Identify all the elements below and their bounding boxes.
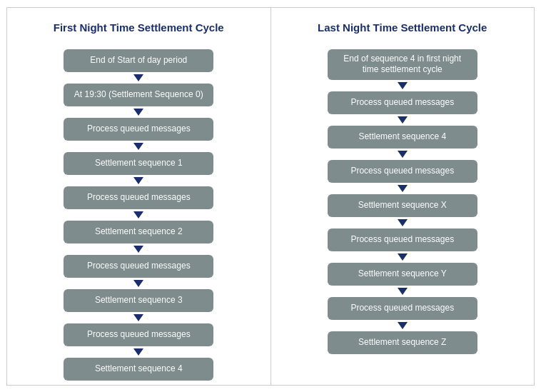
flow-box: Process queued messages: [64, 323, 213, 346]
flow-arrow: [133, 74, 143, 81]
flow-arrow: [133, 348, 143, 356]
flow-box: Settlement sequence Z: [328, 331, 477, 354]
flow-box: Process queued messages: [328, 228, 477, 251]
flow-box: Process queued messages: [328, 91, 477, 114]
flow-arrow: [133, 280, 143, 287]
flow-arrow: [133, 109, 143, 116]
flow-arrow: [398, 116, 408, 124]
right-column: Last Night Time Settlement Cycle End of …: [271, 8, 535, 385]
flow-box: Settlement sequence 1: [64, 152, 213, 175]
flow-arrow: [133, 177, 143, 184]
flow-arrow: [398, 185, 408, 192]
flow-box: Settlement sequence X: [328, 194, 477, 217]
right-flow-items: End of sequence 4 in first night time se…: [282, 49, 524, 354]
flow-box: Settlement sequence 3: [64, 289, 213, 312]
flow-box: At 19:30 (Settlement Sequence 0): [64, 84, 213, 106]
left-column: First Night Time Settlement Cycle End of…: [7, 8, 271, 385]
flow-arrow: [133, 143, 143, 150]
flow-box: End of sequence 4 in first night time se…: [328, 49, 477, 80]
flow-box: End of Start of day period: [64, 49, 213, 72]
left-flow-items: End of Start of day periodAt 19:30 (Sett…: [18, 49, 260, 381]
flow-box: Process queued messages: [328, 297, 477, 320]
diagram-container: First Night Time Settlement Cycle End of…: [6, 7, 535, 386]
flow-arrow: [398, 288, 408, 295]
flow-box: Settlement sequence 4: [328, 126, 477, 149]
flow-box: Process queued messages: [64, 118, 213, 141]
flow-box: Process queued messages: [64, 255, 213, 278]
flow-arrow: [133, 246, 143, 253]
left-column-title: First Night Time Settlement Cycle: [54, 15, 224, 41]
flow-arrow: [398, 82, 408, 89]
flow-arrow: [398, 322, 408, 329]
flow-arrow: [133, 211, 143, 218]
flow-box: Settlement sequence Y: [328, 263, 477, 286]
flow-arrow: [398, 151, 408, 158]
flow-box: Settlement sequence 4: [64, 358, 213, 381]
flow-box: Settlement sequence 2: [64, 221, 213, 243]
flow-box: Process queued messages: [328, 160, 477, 183]
right-column-title: Last Night Time Settlement Cycle: [318, 15, 487, 41]
flow-arrow: [133, 314, 143, 321]
flow-box: Process queued messages: [64, 186, 213, 209]
flow-arrow: [398, 219, 408, 226]
flow-arrow: [398, 253, 408, 261]
